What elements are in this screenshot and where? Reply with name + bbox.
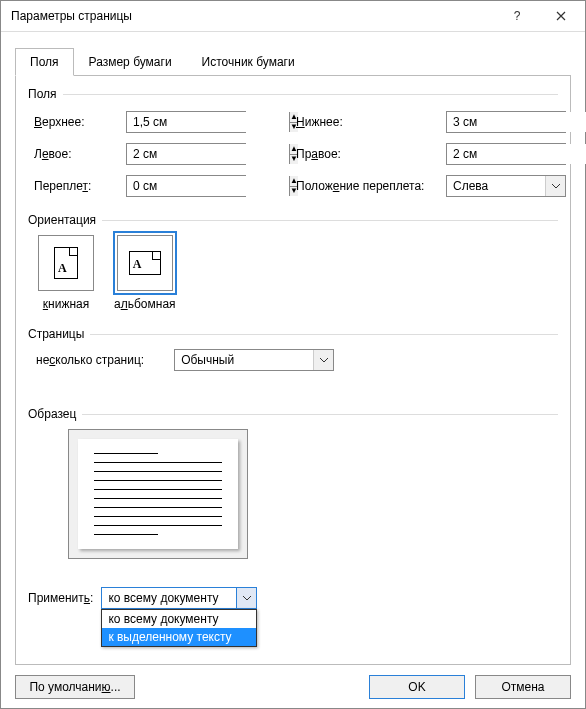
window-title: Параметры страницы: [11, 9, 495, 23]
gutter-pos-value: Слева: [447, 176, 545, 196]
left-margin-field[interactable]: [127, 144, 289, 164]
group-preview-label: Образец: [28, 407, 76, 421]
group-pages: Страницы: [28, 327, 558, 341]
bottom-margin-field[interactable]: [447, 112, 586, 132]
top-margin-field[interactable]: [127, 112, 289, 132]
pages-row: несколько страниц: Обычный: [28, 349, 558, 371]
chevron-down-icon: [545, 176, 565, 196]
set-default-label: По умолчанию...: [29, 680, 120, 694]
apply-option-selected-text[interactable]: к выделенному тексту: [102, 628, 256, 646]
group-orientation-label: Ориентация: [28, 213, 96, 227]
preview-container: [28, 429, 558, 559]
multi-pages-label: несколько страниц:: [36, 353, 144, 367]
tab-margins[interactable]: Поля: [15, 48, 74, 76]
gutter-pos-select[interactable]: Слева: [446, 175, 566, 197]
group-margins-label: Поля: [28, 87, 57, 101]
cancel-label: Отмена: [501, 680, 544, 694]
right-margin-input[interactable]: ▲▼: [446, 143, 566, 165]
right-margin-label: Правое:: [296, 147, 446, 161]
multi-pages-value: Обычный: [175, 350, 313, 370]
tab-paper-source[interactable]: Источник бумаги: [187, 48, 310, 76]
group-pages-label: Страницы: [28, 327, 84, 341]
left-margin-input[interactable]: ▲▼: [126, 143, 246, 165]
apply-select-value: ко всему документу: [102, 588, 236, 608]
group-preview: Образец: [28, 407, 558, 421]
orientation-landscape[interactable]: A альбомная: [114, 235, 176, 311]
ok-label: OK: [408, 680, 425, 694]
dialog-content: Поля Размер бумаги Источник бумаги Поля …: [1, 32, 585, 665]
chevron-down-icon: [236, 588, 256, 608]
cancel-button[interactable]: Отмена: [475, 675, 571, 699]
apply-dropdown-list: ко всему документу к выделенному тексту: [101, 609, 257, 647]
preview-page-icon: [78, 439, 238, 549]
page-setup-dialog: Параметры страницы ? Поля Размер бумаги …: [0, 0, 586, 709]
orientation-portrait[interactable]: A книжная: [38, 235, 94, 311]
gutter-pos-label: Положение переплета:: [296, 179, 446, 193]
left-margin-label: Левое:: [34, 147, 126, 161]
tab-strip: Поля Размер бумаги Источник бумаги: [15, 47, 571, 76]
top-margin-input[interactable]: ▲▼: [126, 111, 246, 133]
apply-label: Применить:: [28, 591, 93, 605]
set-default-button[interactable]: По умолчанию...: [15, 675, 135, 699]
gutter-label: Переплет:: [34, 179, 126, 193]
help-button[interactable]: ?: [495, 1, 539, 31]
close-icon: [556, 11, 566, 21]
apply-select[interactable]: ко всему документу: [101, 587, 257, 609]
tab-paper-size[interactable]: Размер бумаги: [74, 48, 187, 76]
close-button[interactable]: [539, 1, 583, 31]
apply-option-whole-doc[interactable]: ко всему документу: [102, 610, 256, 628]
orientation-row: A книжная A альбомная: [28, 235, 558, 311]
bottom-margin-label: Нижнее:: [296, 115, 446, 129]
titlebar: Параметры страницы ?: [1, 1, 585, 32]
right-margin-field[interactable]: [447, 144, 586, 164]
multi-pages-select[interactable]: Обычный: [174, 349, 334, 371]
group-margins: Поля: [28, 87, 558, 101]
group-orientation: Ориентация: [28, 213, 558, 227]
gutter-input[interactable]: ▲▼: [126, 175, 246, 197]
apply-row: Применить: ко всему документу ко всему д…: [28, 587, 558, 609]
portrait-icon: A: [38, 235, 94, 291]
tab-panel: Поля Верхнее: ▲▼ Нижнее: ▲▼ Левое:: [15, 75, 571, 665]
dialog-footer: По умолчанию... OK Отмена: [1, 665, 585, 709]
margins-grid: Верхнее: ▲▼ Нижнее: ▲▼ Левое: ▲▼ Правое:: [28, 111, 558, 197]
preview-frame: [68, 429, 248, 559]
orientation-portrait-label: книжная: [38, 297, 94, 311]
orientation-landscape-label: альбомная: [114, 297, 176, 311]
landscape-icon: A: [117, 235, 173, 291]
gutter-field[interactable]: [127, 176, 289, 196]
bottom-margin-input[interactable]: ▲▼: [446, 111, 566, 133]
top-margin-label: Верхнее:: [34, 115, 126, 129]
ok-button[interactable]: OK: [369, 675, 465, 699]
chevron-down-icon: [313, 350, 333, 370]
